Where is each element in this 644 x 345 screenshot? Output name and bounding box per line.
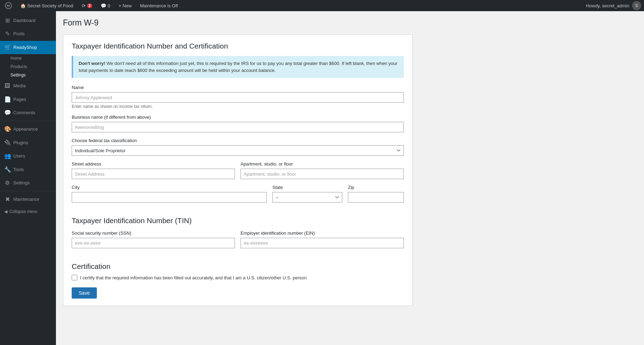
settings-icon: ⚙ <box>4 179 10 187</box>
dashboard-icon: ⊞ <box>4 17 10 24</box>
sidebar-item-readyshop[interactable]: 🛒 ReadyShop <box>0 41 56 54</box>
apt-label: Apartment, studio, or floor <box>241 161 404 167</box>
street-input[interactable] <box>72 169 235 179</box>
collapse-menu-button[interactable]: ◀ Collapse menu <box>0 206 56 217</box>
name-label: Name <box>72 85 404 90</box>
sidebar-item-label: Users <box>13 153 25 159</box>
sidebar-item-dashboard[interactable]: ⊞ Dashboard <box>0 14 56 27</box>
tax-class-label: Choose federal tax classification <box>72 138 404 143</box>
state-group: State -- ALAKAZAR CACOCTDE FLGAHIID ILIN… <box>272 185 342 203</box>
sidebar-subitem-home[interactable]: Home <box>0 54 56 63</box>
updates-icon: ⟳ <box>82 3 86 8</box>
sidebar-subitem-settings[interactable]: Settings <box>0 71 56 79</box>
ein-label: Employer identification number (EIN) <box>241 230 404 236</box>
comments-icon: 💬 <box>101 3 106 8</box>
howdy-text: Howdy, secret_admin <box>586 3 629 8</box>
business-name-group: Business name (if different from above) <box>72 115 404 132</box>
tax-class-select[interactable]: Individual/Sole Proprietor C Corporation… <box>72 145 404 156</box>
new-label: + New <box>119 3 131 8</box>
sidebar-item-media[interactable]: 🖼 Media <box>0 79 56 93</box>
cart-icon: 🛒 <box>4 44 10 51</box>
comments-button[interactable]: 💬 0 <box>99 0 112 11</box>
zip-input[interactable] <box>348 192 404 203</box>
zip-label: Zip <box>348 185 404 190</box>
cert-checkbox-label[interactable]: I certify that the required information … <box>80 275 307 280</box>
site-name: Secret Society of Food <box>27 3 73 8</box>
sidebar-item-comments[interactable]: 💬 Comments <box>0 106 56 119</box>
business-name-input[interactable] <box>72 122 404 132</box>
city-label: City <box>72 185 267 190</box>
sidebar-subitem-products[interactable]: Products <box>0 63 56 71</box>
collapse-label: Collapse menu <box>9 209 37 214</box>
apt-group: Apartment, studio, or floor <box>241 161 404 179</box>
menu-separator-2 <box>0 191 56 191</box>
info-bold: Don't worry! <box>79 61 105 66</box>
info-text: We don't need all of this information ju… <box>79 61 398 73</box>
wp-logo-button[interactable]: W <box>3 0 14 11</box>
ssn-group: Social security number (SSN) <box>72 230 235 248</box>
business-label: Business name (if different from above) <box>72 115 404 120</box>
tax-class-group: Choose federal tax classification Indivi… <box>72 138 404 156</box>
pages-icon: 📄 <box>4 96 10 103</box>
appearance-icon: 🎨 <box>4 125 10 133</box>
sidebar-item-tools[interactable]: 🔧 Tools <box>0 163 56 176</box>
admin-bar: W 🏠 Secret Society of Food ⟳ 2 💬 0 + New… <box>0 0 644 11</box>
sidebar-item-label: Dashboard <box>13 17 36 24</box>
info-notice: Don't worry! We don't need all of this i… <box>72 56 404 78</box>
sidebar-item-appearance[interactable]: 🎨 Appearance <box>0 123 56 136</box>
sidebar-item-label: Appearance <box>13 126 38 132</box>
page-title: Form W-9 <box>63 18 637 28</box>
maintenance-button[interactable]: Maintenance is Off <box>138 0 180 11</box>
city-group: City <box>72 185 267 203</box>
cert-checkbox[interactable] <box>72 275 77 280</box>
main-content: Form W-9 Taxpayer Identification Number … <box>56 11 644 345</box>
name-input[interactable] <box>72 92 404 103</box>
sidebar-item-users[interactable]: 👥 Users <box>0 149 56 163</box>
sidebar-item-posts[interactable]: ✎ Posts <box>0 27 56 41</box>
submenu-label: Settings <box>10 73 26 78</box>
tin-heading: Taxpayer Identification Number (TIN) <box>72 216 404 225</box>
cert-heading: Certification <box>72 262 404 271</box>
collapse-icon: ◀ <box>4 209 7 214</box>
comments-icon: 💬 <box>4 109 10 117</box>
ssn-label: Social security number (SSN) <box>72 230 235 236</box>
sidebar-item-label: Media <box>13 83 26 89</box>
tin-section-heading: Taxpayer Identification Number and Certi… <box>72 42 404 50</box>
sidebar-item-label: Comments <box>13 110 35 116</box>
zip-group: Zip <box>348 185 404 203</box>
name-hint: Enter name as shown on income tax return… <box>72 104 404 109</box>
submenu-label: Home <box>10 56 22 61</box>
svg-text:W: W <box>7 3 10 8</box>
sidebar-item-pages[interactable]: 📄 Pages <box>0 93 56 106</box>
apt-input[interactable] <box>241 169 404 179</box>
sidebar-item-label: Settings <box>13 180 30 186</box>
users-icon: 👥 <box>4 152 10 160</box>
sidebar-item-label: Posts <box>13 31 25 37</box>
site-name-button[interactable]: 🏠 Secret Society of Food <box>18 0 76 11</box>
plugins-icon: 🔌 <box>4 139 10 147</box>
sidebar-item-label: Tools <box>13 167 24 173</box>
ssn-input[interactable] <box>72 238 235 248</box>
comments-count: 0 <box>108 3 110 8</box>
maintenance-icon: ✖ <box>4 196 10 203</box>
form-container: Taxpayer Identification Number and Certi… <box>63 35 413 306</box>
new-content-button[interactable]: + New <box>116 0 134 11</box>
submenu-label: Products <box>10 64 27 69</box>
sidebar-item-settings[interactable]: ⚙ Settings <box>0 176 56 190</box>
sidebar-item-label: Plugins <box>13 140 28 146</box>
sidebar-item-plugins[interactable]: 🔌 Plugins <box>0 136 56 149</box>
updates-button[interactable]: ⟳ 2 <box>80 0 95 11</box>
street-group: Street address <box>72 161 235 179</box>
ein-group: Employer identification number (EIN) <box>241 230 404 248</box>
save-button[interactable]: Save <box>72 287 97 299</box>
state-select[interactable]: -- ALAKAZAR CACOCTDE FLGAHIID ILINIAKS K… <box>272 192 342 203</box>
updates-count: 2 <box>87 3 93 8</box>
city-input[interactable] <box>72 192 267 203</box>
maintenance-label: Maintenance is Off <box>140 3 178 8</box>
ein-input[interactable] <box>241 238 404 248</box>
street-label: Street address <box>72 161 235 167</box>
name-group: Name Enter name as shown on income tax r… <box>72 85 404 109</box>
sidebar-item-label: Pages <box>13 96 26 103</box>
sidebar-item-maintenance[interactable]: ✖ Maintenance <box>0 193 56 206</box>
tin-row: Social security number (SSN) Employer id… <box>72 230 404 254</box>
